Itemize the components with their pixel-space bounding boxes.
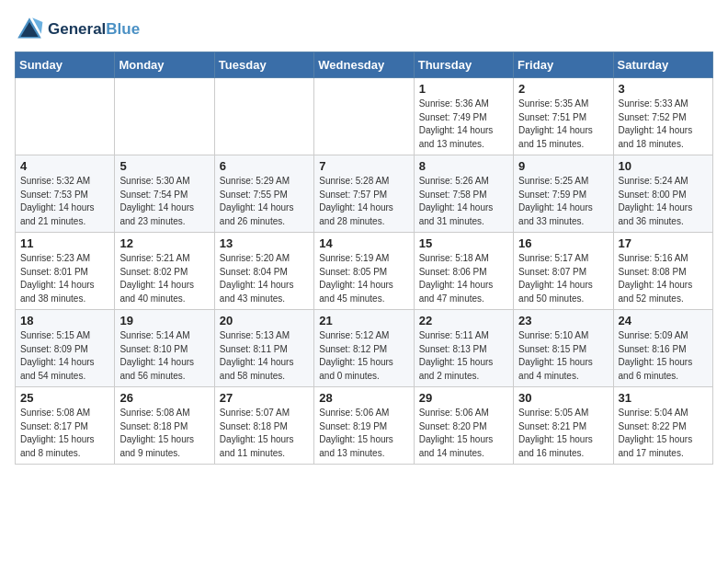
calendar-cell: 4Sunrise: 5:32 AM Sunset: 7:53 PM Daylig…: [16, 155, 115, 233]
calendar-cell: [214, 78, 313, 155]
calendar-cell: [314, 78, 414, 155]
calendar-cell: 18Sunrise: 5:15 AM Sunset: 8:09 PM Dayli…: [16, 310, 115, 387]
day-info: Sunrise: 5:11 AM Sunset: 8:13 PM Dayligh…: [419, 329, 508, 383]
calendar-cell: 9Sunrise: 5:25 AM Sunset: 7:59 PM Daylig…: [514, 155, 613, 233]
week-row-5: 25Sunrise: 5:08 AM Sunset: 8:17 PM Dayli…: [16, 387, 713, 465]
day-number: 10: [619, 159, 708, 173]
calendar-cell: 12Sunrise: 5:21 AM Sunset: 8:02 PM Dayli…: [115, 233, 214, 310]
day-info: Sunrise: 5:30 AM Sunset: 7:54 PM Dayligh…: [119, 175, 209, 228]
day-info: Sunrise: 5:13 AM Sunset: 8:11 PM Dayligh…: [220, 329, 309, 383]
day-number: 20: [220, 314, 309, 327]
calendar-cell: 11Sunrise: 5:23 AM Sunset: 8:01 PM Dayli…: [16, 233, 115, 310]
calendar-cell: 26Sunrise: 5:08 AM Sunset: 8:18 PM Dayli…: [115, 387, 214, 465]
day-info: Sunrise: 5:25 AM Sunset: 7:59 PM Dayligh…: [518, 175, 608, 228]
calendar-cell: 5Sunrise: 5:30 AM Sunset: 7:54 PM Daylig…: [115, 155, 214, 233]
day-number: 11: [20, 236, 109, 250]
day-number: 22: [419, 314, 508, 327]
calendar-cell: [16, 78, 115, 155]
day-number: 25: [20, 391, 109, 405]
calendar-cell: 29Sunrise: 5:06 AM Sunset: 8:20 PM Dayli…: [414, 387, 513, 465]
calendar-cell: 25Sunrise: 5:08 AM Sunset: 8:17 PM Dayli…: [16, 387, 115, 465]
day-number: 6: [220, 159, 309, 173]
day-number: 7: [319, 159, 408, 173]
day-info: Sunrise: 5:26 AM Sunset: 7:58 PM Dayligh…: [419, 175, 508, 228]
day-number: 1: [419, 82, 508, 96]
calendar-cell: 28Sunrise: 5:06 AM Sunset: 8:19 PM Dayli…: [314, 387, 414, 465]
day-number: 16: [518, 236, 608, 250]
calendar-cell: 6Sunrise: 5:29 AM Sunset: 7:55 PM Daylig…: [214, 155, 313, 233]
day-info: Sunrise: 5:07 AM Sunset: 8:18 PM Dayligh…: [220, 407, 309, 460]
day-info: Sunrise: 5:29 AM Sunset: 7:55 PM Dayligh…: [220, 175, 309, 228]
page-container: GeneralBlue Sunday Monday Tuesday Wednes…: [15, 15, 713, 465]
day-info: Sunrise: 5:08 AM Sunset: 8:17 PM Dayligh…: [20, 407, 109, 460]
day-info: Sunrise: 5:14 AM Sunset: 8:10 PM Dayligh…: [119, 329, 209, 383]
day-number: 9: [518, 159, 608, 173]
day-info: Sunrise: 5:06 AM Sunset: 8:20 PM Dayligh…: [419, 407, 508, 460]
day-info: Sunrise: 5:06 AM Sunset: 8:19 PM Dayligh…: [319, 407, 408, 460]
calendar-cell: 7Sunrise: 5:28 AM Sunset: 7:57 PM Daylig…: [314, 155, 414, 233]
header-tuesday: Tuesday: [214, 52, 313, 78]
day-info: Sunrise: 5:28 AM Sunset: 7:57 PM Dayligh…: [319, 175, 408, 228]
header-thursday: Thursday: [414, 52, 513, 78]
week-row-4: 18Sunrise: 5:15 AM Sunset: 8:09 PM Dayli…: [16, 310, 713, 387]
day-number: 3: [619, 82, 708, 96]
header-monday: Monday: [115, 52, 214, 78]
calendar-cell: 1Sunrise: 5:36 AM Sunset: 7:49 PM Daylig…: [414, 78, 513, 155]
calendar-cell: 23Sunrise: 5:10 AM Sunset: 8:15 PM Dayli…: [514, 310, 613, 387]
calendar-cell: 14Sunrise: 5:19 AM Sunset: 8:05 PM Dayli…: [314, 233, 414, 310]
day-info: Sunrise: 5:10 AM Sunset: 8:15 PM Dayligh…: [518, 329, 608, 383]
calendar-table: Sunday Monday Tuesday Wednesday Thursday…: [15, 52, 713, 465]
day-info: Sunrise: 5:12 AM Sunset: 8:12 PM Dayligh…: [319, 329, 408, 383]
calendar-cell: 20Sunrise: 5:13 AM Sunset: 8:11 PM Dayli…: [214, 310, 313, 387]
day-info: Sunrise: 5:19 AM Sunset: 8:05 PM Dayligh…: [319, 252, 408, 305]
day-number: 23: [518, 314, 608, 327]
week-row-1: 1Sunrise: 5:36 AM Sunset: 7:49 PM Daylig…: [16, 78, 713, 155]
calendar-cell: 3Sunrise: 5:33 AM Sunset: 7:52 PM Daylig…: [613, 78, 712, 155]
week-row-2: 4Sunrise: 5:32 AM Sunset: 7:53 PM Daylig…: [16, 155, 713, 233]
header-wednesday: Wednesday: [314, 52, 414, 78]
day-number: 2: [518, 82, 608, 96]
calendar-cell: 13Sunrise: 5:20 AM Sunset: 8:04 PM Dayli…: [214, 233, 313, 310]
day-info: Sunrise: 5:20 AM Sunset: 8:04 PM Dayligh…: [220, 252, 309, 305]
day-info: Sunrise: 5:32 AM Sunset: 7:53 PM Dayligh…: [20, 175, 109, 228]
header: GeneralBlue: [15, 15, 713, 44]
week-row-3: 11Sunrise: 5:23 AM Sunset: 8:01 PM Dayli…: [16, 233, 713, 310]
day-number: 18: [20, 314, 109, 327]
calendar-cell: 21Sunrise: 5:12 AM Sunset: 8:12 PM Dayli…: [314, 310, 414, 387]
day-info: Sunrise: 5:17 AM Sunset: 8:07 PM Dayligh…: [518, 252, 608, 305]
day-info: Sunrise: 5:15 AM Sunset: 8:09 PM Dayligh…: [20, 329, 109, 383]
day-info: Sunrise: 5:23 AM Sunset: 8:01 PM Dayligh…: [20, 252, 109, 305]
day-info: Sunrise: 5:08 AM Sunset: 8:18 PM Dayligh…: [119, 407, 209, 460]
calendar-cell: 31Sunrise: 5:04 AM Sunset: 8:22 PM Dayli…: [613, 387, 712, 465]
calendar-cell: 17Sunrise: 5:16 AM Sunset: 8:08 PM Dayli…: [613, 233, 712, 310]
calendar-cell: 16Sunrise: 5:17 AM Sunset: 8:07 PM Dayli…: [514, 233, 613, 310]
day-info: Sunrise: 5:16 AM Sunset: 8:08 PM Dayligh…: [619, 252, 708, 305]
calendar-cell: 15Sunrise: 5:18 AM Sunset: 8:06 PM Dayli…: [414, 233, 513, 310]
day-number: 27: [220, 391, 309, 405]
calendar-cell: 19Sunrise: 5:14 AM Sunset: 8:10 PM Dayli…: [115, 310, 214, 387]
day-number: 26: [119, 391, 209, 405]
calendar-cell: 2Sunrise: 5:35 AM Sunset: 7:51 PM Daylig…: [514, 78, 613, 155]
day-info: Sunrise: 5:05 AM Sunset: 8:21 PM Dayligh…: [518, 407, 608, 460]
day-number: 21: [319, 314, 408, 327]
day-number: 29: [419, 391, 508, 405]
calendar-cell: 8Sunrise: 5:26 AM Sunset: 7:58 PM Daylig…: [414, 155, 513, 233]
day-number: 5: [119, 159, 209, 173]
day-info: Sunrise: 5:35 AM Sunset: 7:51 PM Dayligh…: [518, 98, 608, 151]
calendar-cell: 27Sunrise: 5:07 AM Sunset: 8:18 PM Dayli…: [214, 387, 313, 465]
day-number: 30: [518, 391, 608, 405]
header-friday: Friday: [514, 52, 613, 78]
day-number: 15: [419, 236, 508, 250]
day-number: 8: [419, 159, 508, 173]
day-info: Sunrise: 5:24 AM Sunset: 8:00 PM Dayligh…: [619, 175, 708, 228]
day-info: Sunrise: 5:36 AM Sunset: 7:49 PM Dayligh…: [419, 98, 508, 151]
day-number: 4: [20, 159, 109, 173]
day-number: 13: [220, 236, 309, 250]
day-number: 12: [119, 236, 209, 250]
day-number: 31: [619, 391, 708, 405]
day-info: Sunrise: 5:18 AM Sunset: 8:06 PM Dayligh…: [419, 252, 508, 305]
day-number: 28: [319, 391, 408, 405]
day-number: 14: [319, 236, 408, 250]
day-info: Sunrise: 5:33 AM Sunset: 7:52 PM Dayligh…: [619, 98, 708, 151]
calendar-cell: [115, 78, 214, 155]
